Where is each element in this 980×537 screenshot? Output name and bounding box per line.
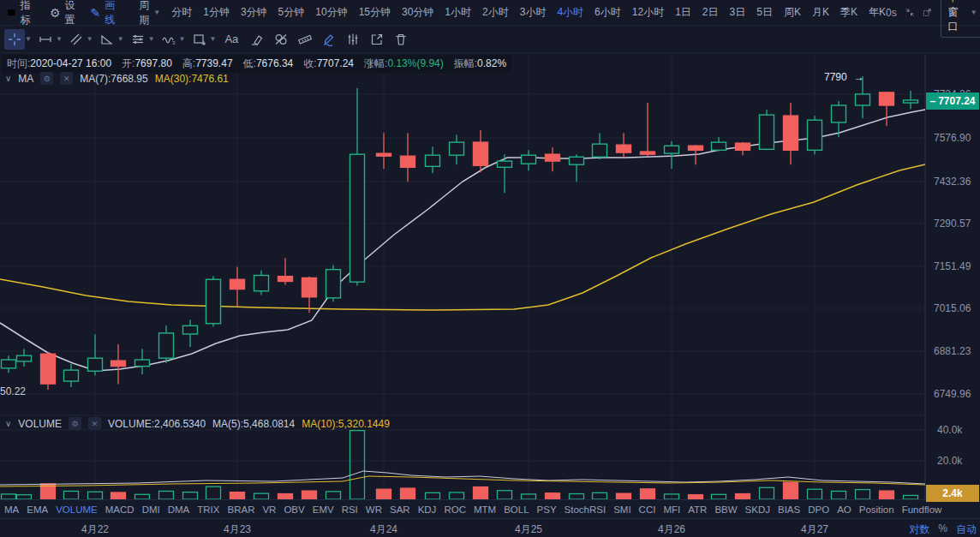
volume-settings-gear-icon[interactable]: ⚙ xyxy=(69,417,81,430)
tab-smi[interactable]: SMI xyxy=(613,504,630,515)
tab-macd[interactable]: MACD xyxy=(105,504,134,515)
tab-vr[interactable]: VR xyxy=(262,504,276,515)
tab-position[interactable]: Position xyxy=(859,504,894,515)
chevron-down-icon[interactable]: ∨ xyxy=(5,74,11,83)
tab-wr[interactable]: WR xyxy=(366,504,382,515)
delete-tool[interactable] xyxy=(390,29,412,50)
current-volume-tag: 2.4k xyxy=(926,485,979,502)
eraser-tool[interactable] xyxy=(246,29,268,50)
ohlc-low-value: 7676.34 xyxy=(256,57,293,69)
tab-emv[interactable]: EMV xyxy=(313,504,334,515)
timeframe-2小时[interactable]: 2小时 xyxy=(482,5,509,20)
chevron-down-icon: ▼ xyxy=(56,35,63,43)
svg-text:40.0k: 40.0k xyxy=(937,424,963,436)
ma-settings-gear-icon[interactable]: ⚙ xyxy=(40,72,53,85)
kline-style-tool[interactable] xyxy=(342,29,364,50)
tab-sar[interactable]: SAR xyxy=(390,504,410,515)
tab-mtm[interactable]: MTM xyxy=(474,504,496,515)
horizontal-lines-icon xyxy=(131,33,145,46)
tab-kdj[interactable]: KDJ xyxy=(418,504,437,515)
tab-ao[interactable]: AO xyxy=(837,504,852,515)
draw-line-button[interactable]: ✎ 画线 xyxy=(91,0,116,27)
indicator-button[interactable]: 指标 xyxy=(7,0,34,27)
chevron-down-icon[interactable]: ∨ xyxy=(5,419,11,428)
tab-mfi[interactable]: MFI xyxy=(663,504,680,515)
tab-bias[interactable]: BIAS xyxy=(778,504,800,515)
export-tool[interactable] xyxy=(366,29,388,50)
period-dropdown[interactable]: 周期 ▼ xyxy=(139,0,160,27)
link-tool[interactable] xyxy=(270,29,292,50)
segment-tool[interactable]: ▼ xyxy=(34,29,63,50)
chevron-down-icon: ▼ xyxy=(87,35,93,43)
timeframe-12小时[interactable]: 12小时 xyxy=(632,5,664,20)
tab-fundflow[interactable]: Fundflow xyxy=(902,504,942,515)
volume-close-icon[interactable]: ✕ xyxy=(88,417,101,430)
timeframe-3小时[interactable]: 3小时 xyxy=(520,5,547,20)
tab-roc[interactable]: ROC xyxy=(444,504,466,515)
tab-stochrsi[interactable]: StochRSI xyxy=(565,504,607,515)
timeframe-月K[interactable]: 月K xyxy=(812,5,829,20)
parallel-lines-tool[interactable]: ▼ xyxy=(65,29,94,50)
horizontal-lines-tool[interactable]: ▼ xyxy=(127,29,156,50)
tab-dpo[interactable]: DPO xyxy=(808,504,829,515)
percent-scale-toggle[interactable]: % xyxy=(938,522,947,537)
tab-skdj[interactable]: SKDJ xyxy=(745,504,770,515)
tab-bbw[interactable]: BBW xyxy=(714,504,737,515)
tab-brar[interactable]: BRAR xyxy=(227,504,254,515)
timeframe-5分钟[interactable]: 5分钟 xyxy=(278,5,305,20)
time-axis[interactable]: 对数 % 自动 4月224月234月244月254月264月27 xyxy=(0,518,980,537)
tab-ma[interactable]: MA xyxy=(4,504,19,515)
timeframe-2日[interactable]: 2日 xyxy=(702,5,719,20)
tab-volume[interactable]: VOLUME xyxy=(56,504,98,515)
time-tick: 4月25 xyxy=(515,522,542,537)
ruler-tool[interactable] xyxy=(294,29,316,50)
timeframe-3分钟[interactable]: 3分钟 xyxy=(241,5,267,20)
text-tool[interactable]: Aa xyxy=(218,33,244,45)
settings-button[interactable]: ⚙ 设置 xyxy=(50,0,75,27)
log-scale-toggle[interactable]: 对数 xyxy=(909,522,929,537)
crosshair-icon xyxy=(8,33,21,46)
timeframe-4小时[interactable]: 4小时 xyxy=(557,5,583,20)
timeframe-15分钟[interactable]: 15分钟 xyxy=(359,5,391,20)
tab-atr[interactable]: ATR xyxy=(688,504,707,515)
timeframe-6小时[interactable]: 6小时 xyxy=(595,5,621,20)
auto-scale-toggle[interactable]: 自动 xyxy=(956,522,977,537)
timeframe-分时[interactable]: 分时 xyxy=(171,5,192,20)
tab-obv[interactable]: OBV xyxy=(284,504,304,515)
timeframe-周K[interactable]: 周K xyxy=(784,5,801,20)
tab-cci[interactable]: CCI xyxy=(639,504,656,515)
triangle-tool[interactable]: ▼ xyxy=(96,29,125,50)
tab-dma[interactable]: DMA xyxy=(168,504,190,515)
ohlc-close-value: 7707.24 xyxy=(317,57,354,69)
tab-ema[interactable]: EMA xyxy=(27,504,48,515)
tab-psy[interactable]: PSY xyxy=(537,504,557,515)
tab-dmi[interactable]: DMI xyxy=(142,504,160,515)
volume-ma10-value: MA(10):5,320.1449 xyxy=(302,418,390,430)
timeframe-年K[interactable]: 年K xyxy=(869,5,886,20)
indicator-tabs: MAEMAVOLUMEMACDDMIDMATRIXBRARVROBVEMVRSI… xyxy=(0,499,980,518)
timeframe-10分钟[interactable]: 10分钟 xyxy=(315,5,347,20)
wave-tool[interactable]: 3 ▼ xyxy=(158,29,187,50)
top-toolbar: 指标 ⚙ 设置 ✎ 画线 周期 ▼ 分时1分钟3分钟5分钟10分钟15分钟30分… xyxy=(0,0,980,26)
kline-chart-canvas[interactable]: 7724.267576.907432.367290.577151.497015.… xyxy=(0,53,980,518)
timeframe-1小时[interactable]: 1小时 xyxy=(445,5,471,20)
ohlc-amplitude-value: 0.82% xyxy=(477,57,506,69)
new-window-icon[interactable] xyxy=(923,6,931,19)
timeframe-季K[interactable]: 季K xyxy=(840,5,858,20)
rectangle-tool[interactable]: ▼ xyxy=(188,29,218,50)
ohlc-open-value: 7697.80 xyxy=(134,57,171,69)
ohlc-time-value: 2020-04-27 16:00 xyxy=(30,57,111,69)
ma-close-icon[interactable]: ✕ xyxy=(60,72,73,85)
timeframe-5日[interactable]: 5日 xyxy=(756,5,773,20)
draw-mode-tool[interactable] xyxy=(318,29,340,50)
timeframe-1分钟[interactable]: 1分钟 xyxy=(203,5,230,20)
collapse-icon[interactable] xyxy=(905,6,914,19)
tab-boll[interactable]: BOLL xyxy=(504,504,529,515)
crosshair-tool[interactable]: ▼ xyxy=(3,29,33,50)
tab-trix[interactable]: TRIX xyxy=(197,504,219,515)
tab-rsi[interactable]: RSI xyxy=(342,504,358,515)
timeframe-1日[interactable]: 1日 xyxy=(675,5,691,20)
timeframe-3日[interactable]: 3日 xyxy=(730,5,746,20)
draw-pencil-icon xyxy=(322,33,336,46)
timeframe-30分钟[interactable]: 30分钟 xyxy=(402,5,433,20)
